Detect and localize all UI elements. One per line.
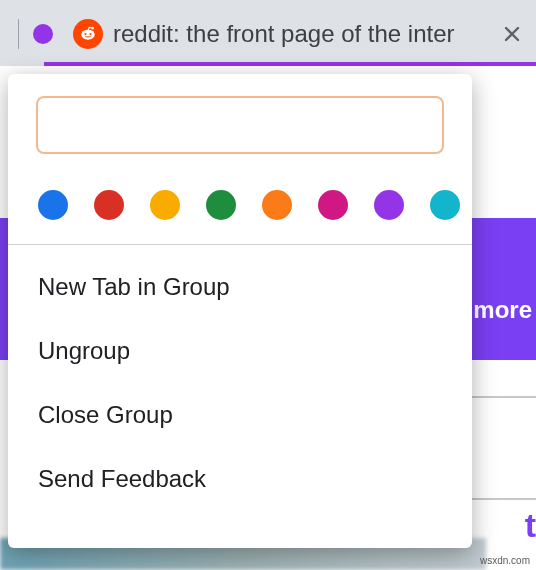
reddit-favicon-icon	[73, 19, 103, 49]
watermark: wsxdn.com	[480, 555, 530, 566]
svg-point-4	[89, 33, 91, 35]
page-corner-letter: t	[525, 506, 536, 545]
tab-close-button[interactable]	[500, 22, 524, 46]
tab-strip: reddit: the front page of the inter	[0, 0, 536, 62]
page-divider	[470, 498, 536, 500]
color-option-yellow[interactable]	[150, 190, 180, 220]
tab-group-context-menu: New Tab in Group Ungroup Close Group Sen…	[8, 74, 472, 548]
close-icon	[503, 25, 521, 43]
color-option-orange[interactable]	[262, 190, 292, 220]
browser-tab[interactable]: reddit: the front page of the inter	[67, 9, 536, 59]
page-more-label: more	[473, 296, 532, 324]
color-option-pink[interactable]	[318, 190, 348, 220]
menu-item-ungroup[interactable]: Ungroup	[8, 319, 472, 383]
svg-point-3	[84, 33, 86, 35]
color-option-blue[interactable]	[38, 190, 68, 220]
menu-header-section	[8, 74, 472, 240]
menu-item-send-feedback[interactable]: Send Feedback	[8, 447, 472, 511]
menu-item-new-tab-in-group[interactable]: New Tab in Group	[8, 255, 472, 319]
page-divider	[470, 396, 536, 398]
color-option-purple[interactable]	[374, 190, 404, 220]
menu-item-close-group[interactable]: Close Group	[8, 383, 472, 447]
menu-items: New Tab in Group Ungroup Close Group Sen…	[8, 245, 472, 521]
color-option-green[interactable]	[206, 190, 236, 220]
color-picker-row	[36, 190, 444, 220]
color-option-cyan[interactable]	[430, 190, 460, 220]
color-option-red[interactable]	[94, 190, 124, 220]
tab-divider	[18, 19, 19, 49]
svg-point-2	[81, 30, 94, 40]
tab-group-indicator[interactable]	[33, 24, 53, 44]
group-name-input[interactable]	[36, 96, 444, 154]
tab-title: reddit: the front page of the inter	[113, 20, 494, 48]
